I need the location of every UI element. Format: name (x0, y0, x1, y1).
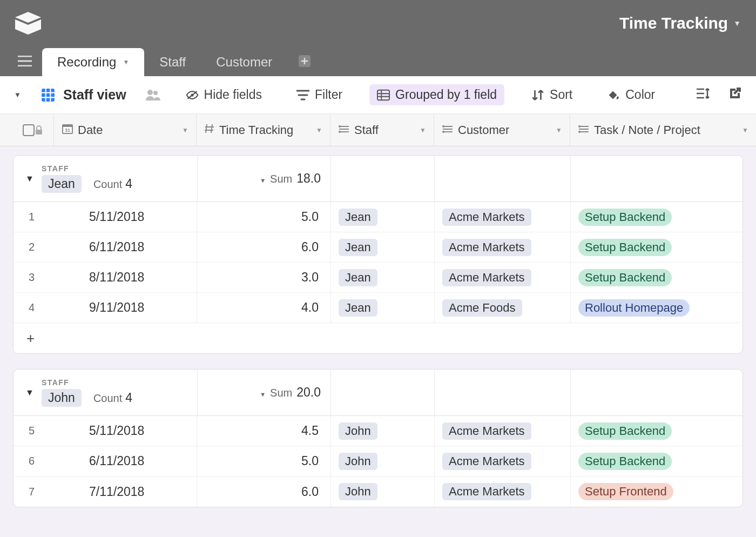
tab-label: Customer (216, 55, 272, 70)
cell-time[interactable]: 4.0 (197, 293, 331, 323)
table-row[interactable]: 1 5/11/2018 5.0 Jean Acme Markets Setup … (14, 202, 742, 232)
row-number: 7 (14, 476, 66, 507)
caret-down-icon[interactable]: ▼ (742, 126, 748, 134)
cell-date[interactable]: 8/11/2018 (66, 263, 197, 292)
hamburger-menu-button[interactable] (12, 48, 38, 74)
link-icon (442, 124, 454, 137)
task-pill: Setup Frontend (578, 483, 673, 500)
collapse-icon[interactable]: ▼ (25, 388, 42, 398)
caret-down-icon[interactable]: ▼ (556, 126, 562, 134)
group-sum[interactable]: ▼ Sum 18.0 (197, 156, 331, 202)
cell-staff[interactable]: John (331, 416, 435, 446)
tab-staff[interactable]: Staff (144, 48, 201, 76)
collapse-icon[interactable]: ▼ (25, 174, 42, 184)
hide-fields-button[interactable]: Hide fields (178, 84, 269, 105)
cell-time[interactable]: 5.0 (197, 446, 331, 476)
cell-date[interactable]: 6/11/2018 (66, 232, 197, 262)
views-menu-caret[interactable]: ▼ (14, 91, 21, 99)
group-field-label: STAFF (42, 164, 132, 173)
row-height-button[interactable] (696, 87, 710, 103)
group-count: Count 4 (93, 391, 132, 405)
group-sum[interactable]: ▼ Sum 20.0 (197, 370, 331, 415)
cell-staff[interactable]: John (331, 446, 435, 476)
row-number: 1 (14, 202, 66, 232)
filter-label: Filter (315, 88, 342, 102)
cell-task[interactable]: Setup Backend (571, 446, 742, 476)
cell-customer[interactable]: Acme Markets (435, 263, 571, 292)
table-row[interactable]: 4 9/11/2018 4.0 Jean Acme Foods Rollout … (14, 293, 742, 323)
sort-label: Sort (550, 88, 572, 102)
cell-task[interactable]: Setup Backend (571, 263, 742, 292)
cell-date[interactable]: 7/11/2018 (66, 476, 197, 507)
customer-pill: Acme Markets (442, 483, 531, 500)
staff-pill: Jean (339, 299, 377, 317)
cell-date[interactable]: 5/11/2018 (66, 202, 197, 232)
cell-task[interactable]: Setup Frontend (571, 476, 742, 507)
cell-time[interactable]: 6.0 (197, 232, 331, 262)
column-header-date[interactable]: 31 Date ▼ (54, 114, 197, 146)
group-block: ▼ STAFF John Count 4 ▼ Sum 20.0 (13, 369, 743, 507)
lock-icon (35, 125, 45, 136)
table-row[interactable]: 5 5/11/2018 4.5 John Acme Markets Setup … (14, 416, 742, 446)
add-row-button[interactable]: + (14, 323, 742, 353)
app-title-dropdown[interactable]: Time Tracking ▼ (619, 14, 741, 32)
column-header-task[interactable]: Task / Note / Project ▼ (570, 114, 756, 146)
cell-task[interactable]: Setup Backend (571, 202, 742, 232)
group-header[interactable]: ▼ STAFF Jean Count 4 ▼ Sum 18.0 (14, 156, 742, 202)
tab-recording[interactable]: Recording▼ (42, 48, 144, 76)
column-label: Customer (458, 123, 509, 137)
cell-staff[interactable]: Jean (331, 263, 435, 292)
task-pill: Setup Backend (578, 453, 672, 470)
group-button[interactable]: Grouped by 1 field (369, 84, 504, 105)
cell-time[interactable]: 6.0 (197, 476, 331, 507)
hide-fields-label: Hide fields (204, 88, 262, 102)
paint-bucket-icon (607, 89, 620, 102)
cell-staff[interactable]: Jean (331, 202, 435, 232)
caret-down-icon[interactable]: ▼ (316, 126, 322, 134)
cell-date[interactable]: 5/11/2018 (66, 416, 197, 446)
cell-customer[interactable]: Acme Foods (435, 293, 571, 323)
task-pill: Setup Backend (578, 239, 672, 256)
svg-point-14 (442, 131, 444, 133)
cell-customer[interactable]: Acme Markets (435, 446, 571, 476)
cell-staff[interactable]: Jean (331, 293, 435, 323)
table-row[interactable]: 6 6/11/2018 5.0 John Acme Markets Setup … (14, 446, 742, 476)
cell-customer[interactable]: Acme Markets (435, 476, 571, 507)
column-header-time[interactable]: Time Tracking ▼ (197, 114, 330, 146)
caret-down-icon[interactable]: ▼ (420, 126, 426, 134)
select-all-checkbox[interactable] (23, 124, 35, 136)
add-tab-button[interactable] (292, 48, 318, 74)
cell-staff[interactable]: Jean (331, 232, 435, 262)
cell-date[interactable]: 9/11/2018 (66, 293, 197, 323)
cell-customer[interactable]: Acme Markets (435, 202, 571, 232)
cell-task[interactable]: Setup Backend (571, 416, 742, 446)
svg-point-16 (578, 131, 580, 133)
cell-staff[interactable]: John (331, 476, 435, 507)
tab-customer[interactable]: Customer (201, 48, 287, 76)
sort-button[interactable]: Sort (524, 84, 580, 105)
tab-label: Recording (57, 55, 116, 70)
table-row[interactable]: 2 6/11/2018 6.0 Jean Acme Markets Setup … (14, 232, 742, 263)
cell-time[interactable]: 4.5 (197, 416, 331, 446)
cell-time[interactable]: 3.0 (197, 263, 331, 292)
cell-customer[interactable]: Acme Markets (435, 232, 571, 262)
column-label: Staff (354, 123, 379, 137)
column-header-staff[interactable]: Staff ▼ (330, 114, 434, 146)
table-row[interactable]: 3 8/11/2018 3.0 Jean Acme Markets Setup … (14, 263, 742, 293)
cell-customer[interactable]: Acme Markets (435, 416, 571, 446)
color-button[interactable]: Color (599, 84, 663, 105)
view-selector[interactable]: Staff view (40, 87, 126, 103)
share-button[interactable] (728, 86, 742, 103)
cell-time[interactable]: 5.0 (197, 202, 331, 232)
table-row[interactable]: 7 7/11/2018 6.0 John Acme Markets Setup … (14, 476, 742, 507)
caret-down-icon[interactable]: ▼ (182, 126, 188, 134)
cell-date[interactable]: 6/11/2018 (66, 446, 197, 476)
customer-pill: Acme Markets (442, 209, 531, 226)
cell-task[interactable]: Setup Backend (571, 232, 742, 262)
filter-button[interactable]: Filter (289, 84, 350, 105)
cell-task[interactable]: Rollout Homepage (571, 293, 742, 323)
group-header[interactable]: ▼ STAFF John Count 4 ▼ Sum 20.0 (14, 370, 742, 416)
collaborators-icon[interactable] (146, 89, 159, 102)
row-number: 5 (14, 416, 66, 446)
column-header-customer[interactable]: Customer ▼ (434, 114, 570, 146)
